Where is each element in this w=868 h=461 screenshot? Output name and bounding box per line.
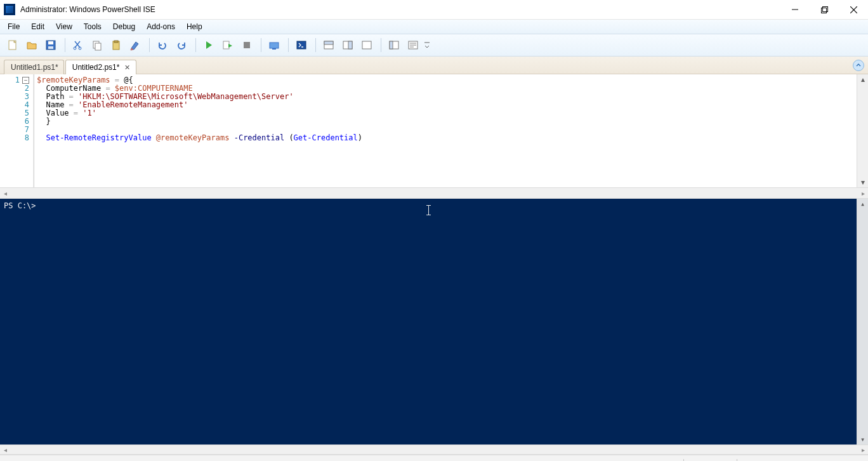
cut-button[interactable] — [69, 37, 87, 53]
toolbar-separator — [261, 38, 261, 52]
scroll-right-icon[interactable]: ▸ — [858, 190, 868, 197]
console-pane[interactable]: PS C:\> ▴ ▾ — [0, 199, 868, 444]
open-button[interactable] — [23, 37, 41, 53]
window-title: Administrator: Windows PowerShell ISE — [19, 5, 780, 14]
maximize-button[interactable] — [810, 0, 839, 19]
menu-edit[interactable]: Edit — [26, 21, 49, 32]
tab-close-icon[interactable]: ✕ — [123, 63, 131, 71]
console-horizontal-scrollbar[interactable]: ◂ ▸ — [0, 444, 868, 455]
svg-rect-21 — [297, 41, 306, 49]
status-bar: Completed Ln 8 Col 70 100% — [0, 455, 868, 461]
scroll-left-icon[interactable]: ◂ — [0, 446, 10, 453]
menu-bar: File Edit View Tools Debug Add-ons Help — [0, 20, 868, 34]
toolbar-overflow-button[interactable] — [423, 37, 431, 53]
minimize-button[interactable] — [780, 0, 810, 19]
tab-label: Untitled2.ps1* — [72, 63, 120, 72]
svg-rect-18 — [244, 42, 250, 48]
run-script-button[interactable] — [200, 37, 218, 53]
collapse-script-pane-button[interactable] — [853, 60, 864, 71]
editor-vertical-scrollbar[interactable]: ▴ ▾ — [857, 74, 868, 187]
editor-horizontal-scrollbar[interactable]: ◂ ▸ — [0, 187, 868, 199]
show-command-button[interactable] — [404, 37, 422, 53]
svg-rect-26 — [362, 41, 371, 49]
scroll-left-icon[interactable]: ◂ — [0, 190, 10, 197]
svg-rect-23 — [324, 41, 333, 44]
toolbar-separator — [195, 38, 196, 52]
menu-tools[interactable]: Tools — [79, 21, 107, 32]
save-button[interactable] — [42, 37, 60, 53]
svg-rect-19 — [270, 43, 279, 48]
layout-max-button[interactable] — [358, 37, 376, 53]
scroll-up-icon[interactable]: ▴ — [857, 74, 868, 84]
menu-help[interactable]: Help — [181, 21, 207, 32]
paste-button[interactable] — [107, 37, 125, 53]
new-button[interactable] — [4, 37, 22, 53]
text-cursor-icon — [428, 205, 429, 215]
svg-rect-25 — [348, 41, 352, 49]
editor-tabstrip: Untitled1.ps1* Untitled2.ps1* ✕ — [0, 57, 868, 74]
svg-rect-2 — [822, 6, 827, 11]
svg-rect-20 — [272, 48, 276, 50]
scroll-up-icon[interactable]: ▴ — [857, 199, 868, 209]
scroll-right-icon[interactable]: ▸ — [858, 446, 868, 453]
console-prompt: PS C:\> — [4, 201, 36, 210]
svg-rect-16 — [114, 41, 118, 43]
line-number-gutter: 1− 2 3 4 5 6 7 8 — [0, 74, 34, 187]
close-button[interactable] — [839, 0, 868, 19]
svg-rect-28 — [390, 41, 393, 49]
svg-rect-14 — [95, 43, 101, 50]
console-vertical-scrollbar[interactable]: ▴ ▾ — [857, 199, 868, 444]
menu-addons[interactable]: Add-ons — [141, 21, 180, 32]
svg-rect-1 — [821, 8, 826, 13]
app-icon — [4, 4, 15, 15]
toolbar-separator — [288, 38, 289, 52]
toolbar-separator — [315, 38, 316, 52]
copy-button[interactable] — [88, 37, 106, 53]
scroll-down-icon[interactable]: ▾ — [857, 177, 868, 187]
toolbar-separator — [149, 38, 150, 52]
tab-untitled1[interactable]: Untitled1.ps1* — [4, 60, 64, 74]
title-bar: Administrator: Windows PowerShell ISE — [0, 0, 868, 20]
show-command-addon-button[interactable] — [385, 37, 403, 53]
script-editor[interactable]: 1− 2 3 4 5 6 7 8 $remoteKeyParams = @{ C… — [0, 74, 868, 187]
layout-right-button[interactable] — [339, 37, 357, 53]
window-controls — [780, 0, 868, 19]
fold-toggle-icon[interactable]: − — [22, 77, 29, 84]
run-selection-button[interactable] — [219, 37, 237, 53]
layout-top-button[interactable] — [320, 37, 338, 53]
toolbar-separator — [381, 38, 381, 52]
svg-rect-7 — [48, 41, 53, 44]
menu-debug[interactable]: Debug — [108, 21, 140, 32]
stop-button[interactable] — [238, 37, 256, 53]
clear-button[interactable] — [126, 37, 144, 53]
svg-rect-8 — [48, 46, 53, 49]
redo-button[interactable] — [173, 37, 190, 53]
new-remote-tab-button[interactable] — [265, 37, 283, 53]
scroll-down-icon[interactable]: ▾ — [857, 434, 868, 444]
svg-rect-17 — [223, 41, 229, 49]
tab-untitled2[interactable]: Untitled2.ps1* ✕ — [65, 60, 137, 74]
toolbar — [0, 34, 868, 57]
toolbar-separator — [65, 38, 65, 52]
undo-button[interactable] — [154, 37, 171, 53]
code-area[interactable]: $remoteKeyParams = @{ ComputerName = $en… — [34, 74, 857, 187]
menu-file[interactable]: File — [3, 21, 25, 32]
tab-label: Untitled1.ps1* — [11, 63, 58, 72]
menu-view[interactable]: View — [51, 21, 77, 32]
start-powershell-button[interactable] — [293, 37, 310, 53]
